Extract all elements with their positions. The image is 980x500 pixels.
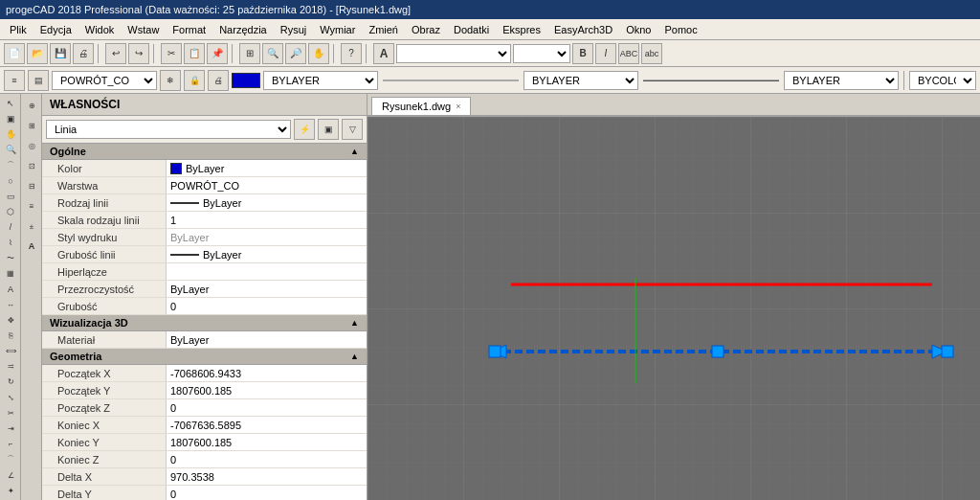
menu-easyarch3d[interactable]: EasyArch3D (548, 22, 618, 37)
section-3d[interactable]: Wizualizacja 3D ▲ (42, 315, 367, 331)
prop-value-material[interactable]: ByLayer (167, 331, 367, 348)
canvas-area[interactable]: Y (368, 117, 980, 500)
prop-quickselect-btn[interactable]: ⚡ (294, 119, 315, 140)
save-btn[interactable]: 💾 (50, 43, 71, 64)
zoom-prev-btn[interactable]: 🔎 (285, 43, 306, 64)
menu-obraz[interactable]: Obraz (406, 22, 446, 37)
copy-btn[interactable]: 📋 (184, 43, 205, 64)
menu-widok[interactable]: Widok (79, 22, 121, 37)
prop-value-py[interactable]: 1807600.185 (167, 382, 367, 398)
prop-value-dy[interactable]: 0 (167, 486, 367, 500)
menu-wstaw[interactable]: Wstaw (122, 22, 165, 37)
cut-btn[interactable]: ✂ (161, 43, 182, 64)
rectangle-icon[interactable]: ▭ (1, 189, 20, 203)
layer-dropdown[interactable]: POWRÓT_CO (52, 71, 157, 90)
extend-icon[interactable]: ⇥ (1, 421, 20, 436)
zoom-icon[interactable]: 🔍 (1, 143, 20, 157)
ortho-icon[interactable]: ⊞ (22, 116, 41, 135)
tab-rysunek1[interactable]: Rysunek1.dwg × (371, 97, 471, 115)
new-btn[interactable]: 📄 (4, 43, 25, 64)
menu-ekspres[interactable]: Ekspres (497, 22, 546, 37)
paste-btn[interactable]: 📌 (207, 43, 228, 64)
fontsize-dropdown[interactable] (513, 44, 570, 63)
text-style-btn[interactable]: A (373, 43, 394, 64)
layer-props-btn[interactable]: ▤ (28, 70, 49, 91)
menu-rysuj[interactable]: Rysuj (275, 22, 313, 37)
trim-icon[interactable]: ✂ (1, 406, 20, 420)
menu-pomoc[interactable]: Pomoc (658, 22, 702, 37)
object-type-dropdown[interactable]: Linia (46, 120, 291, 139)
snap-icon[interactable]: ⊕ (22, 96, 41, 115)
dynamic-input-icon[interactable]: ± (22, 216, 41, 236)
pan-icon[interactable]: ✋ (1, 126, 20, 141)
help-btn[interactable]: ? (341, 43, 362, 64)
linetype-dropdown-2[interactable]: BYLAYER (523, 71, 638, 90)
chamfer-icon[interactable]: ∠ (1, 468, 20, 483)
rotate-icon[interactable]: ↻ (1, 375, 20, 389)
menu-edycja[interactable]: Edycja (34, 22, 78, 37)
zoom-window-btn[interactable]: 🔍 (262, 43, 283, 64)
prop-value-grubosc[interactable]: 0 (167, 298, 367, 314)
menu-zmien[interactable]: Zmień (363, 22, 404, 37)
menu-plik[interactable]: Plik (4, 22, 33, 37)
circle-icon[interactable]: ○ (1, 173, 20, 188)
menu-narzedzia[interactable]: Narzędzia (213, 22, 273, 37)
pan-btn[interactable]: ✋ (308, 43, 329, 64)
print-btn[interactable]: 🖨 (73, 43, 94, 64)
arc-icon[interactable]: ⌒ (1, 158, 20, 172)
text-icon[interactable]: A (1, 282, 20, 296)
select-icon[interactable]: ▣ (1, 111, 20, 125)
object-track-icon[interactable]: ⊟ (22, 176, 41, 195)
color-swatch[interactable] (232, 73, 260, 88)
layer-print-btn[interactable]: 🖨 (208, 70, 229, 91)
prop-filter-btn[interactable]: ▽ (342, 119, 363, 140)
scale-icon[interactable]: ⤡ (1, 391, 20, 405)
tab-close-btn[interactable]: × (456, 102, 460, 111)
break-icon[interactable]: ⌐ (1, 437, 20, 451)
abc2-btn[interactable]: abc (641, 43, 662, 64)
fillet-icon[interactable]: ⌒ (1, 452, 20, 466)
menu-okno[interactable]: Okno (620, 22, 657, 37)
layer-freeze-btn[interactable]: ❄ (160, 70, 181, 91)
prop-value-dx[interactable]: 970.3538 (167, 468, 367, 485)
menu-dodatki[interactable]: Dodatki (448, 22, 495, 37)
hatch-icon[interactable]: ▦ (1, 266, 20, 281)
section-geometria[interactable]: Geometria ▲ (42, 349, 367, 365)
italic-btn[interactable]: I (595, 43, 616, 64)
linetype-dropdown-3[interactable]: BYLAYER (784, 71, 899, 90)
prop-value-kx[interactable]: -7067636.5895 (167, 417, 367, 433)
layer-manager-btn[interactable]: ≡ (4, 70, 25, 91)
font-dropdown[interactable] (396, 44, 511, 63)
prop-value-px[interactable]: -7068606.9433 (167, 365, 367, 381)
lineweight-icon[interactable]: ≡ (22, 196, 41, 216)
linetype-dropdown-1[interactable]: BYLAYER (263, 71, 378, 90)
mirror-icon[interactable]: ⟺ (1, 344, 20, 358)
dimension-icon[interactable]: ↔ (1, 297, 20, 311)
copy-tool-icon[interactable]: ⎘ (1, 329, 20, 343)
menu-wymiar[interactable]: Wymiar (314, 22, 361, 37)
layer-lock-btn[interactable]: 🔒 (184, 70, 205, 91)
bold-btn[interactable]: B (572, 43, 593, 64)
prop-value-przezr[interactable]: ByLayer (167, 281, 367, 297)
prop-value-hiperla[interactable] (167, 263, 367, 280)
a-icon[interactable]: A (22, 237, 41, 256)
menu-format[interactable]: Format (167, 22, 212, 37)
zoom-extent-btn[interactable]: ⊞ (239, 43, 260, 64)
prop-value-kolor[interactable]: ByLayer (167, 160, 367, 176)
object-snap-icon[interactable]: ⊡ (22, 156, 41, 175)
spline-icon[interactable]: 〜 (1, 251, 20, 265)
explode-icon[interactable]: ✦ (1, 484, 20, 498)
prop-value-kz[interactable]: 0 (167, 451, 367, 467)
open-btn[interactable]: 📂 (27, 43, 48, 64)
prop-select-btn[interactable]: ▣ (318, 119, 339, 140)
prop-value-styl[interactable]: ByLayer (167, 229, 367, 245)
move-icon[interactable]: ✥ (1, 313, 20, 328)
abc-btn[interactable]: ABC (618, 43, 639, 64)
cursor-icon[interactable]: ↖ (1, 96, 20, 110)
prop-value-warstwa[interactable]: POWRÓT_CO (167, 177, 367, 193)
prop-value-skala[interactable]: 1 (167, 212, 367, 228)
polygon-icon[interactable]: ⬡ (1, 204, 20, 218)
offset-icon[interactable]: ⥤ (1, 359, 20, 374)
prop-value-pz[interactable]: 0 (167, 399, 367, 416)
prop-value-ky[interactable]: 1807600.185 (167, 434, 367, 450)
